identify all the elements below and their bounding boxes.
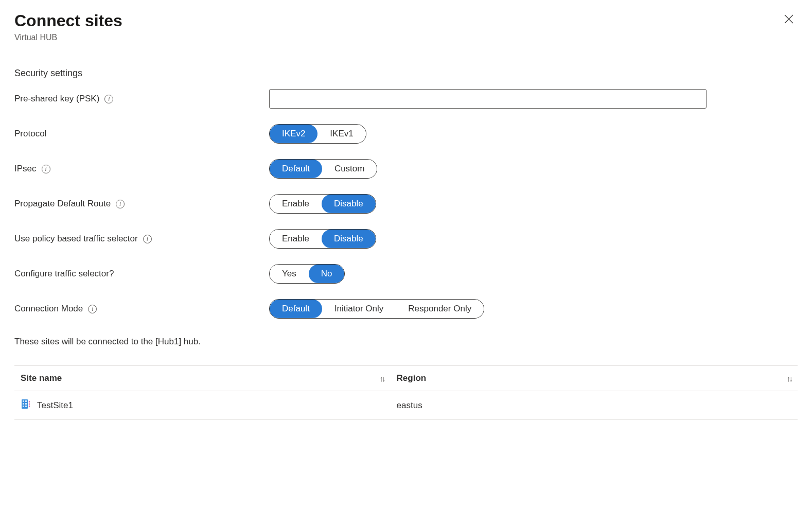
policy-disable[interactable]: Disable [322, 230, 376, 248]
cell-site-name: TestSite1 [37, 400, 73, 411]
table-row[interactable]: TestSite1 eastus [14, 391, 798, 420]
svg-rect-4 [25, 400, 27, 402]
sort-icon: ↑↓ [787, 374, 791, 383]
mode-initiator[interactable]: Initiator Only [322, 300, 396, 318]
row-configure-selector: Configure traffic selector? Yes No [14, 264, 798, 284]
info-icon[interactable]: i [42, 165, 50, 173]
svg-rect-6 [25, 403, 27, 405]
info-icon[interactable]: i [104, 95, 113, 103]
info-icon[interactable]: i [88, 305, 97, 313]
header-text: Connect sites Virtual HUB [14, 10, 122, 42]
section-title: Security settings [14, 68, 798, 79]
policy-enable[interactable]: Enable [270, 230, 322, 248]
svg-rect-3 [23, 400, 24, 402]
table-header-row: Site name ↑↓ Region ↑↓ [14, 366, 798, 391]
hub-caption: These sites will be connected to the [Hu… [14, 337, 798, 347]
row-ipsec: IPsec i Default Custom [14, 159, 798, 179]
protocol-ikev2[interactable]: IKEv2 [270, 125, 317, 143]
close-icon [783, 13, 795, 27]
propagate-enable[interactable]: Enable [270, 195, 322, 213]
protocol-toggle: IKEv2 IKEv1 [269, 124, 366, 144]
svg-rect-2 [22, 399, 28, 409]
label-ipsec: IPsec i [14, 164, 269, 174]
row-connection-mode: Connection Mode i Default Initiator Only… [14, 299, 798, 319]
row-propagate: Propagate Default Route i Enable Disable [14, 194, 798, 214]
row-protocol: Protocol IKEv2 IKEv1 [14, 124, 798, 144]
label-policy-selector: Use policy based traffic selector i [14, 234, 269, 244]
policy-selector-toggle: Enable Disable [269, 229, 376, 249]
ipsec-custom[interactable]: Custom [322, 160, 377, 178]
label-connection-mode: Connection Mode i [14, 304, 269, 314]
close-button[interactable] [780, 10, 798, 30]
svg-rect-7 [23, 406, 24, 407]
propagate-disable[interactable]: Disable [322, 195, 376, 213]
label-psk: Pre-shared key (PSK) i [14, 94, 269, 104]
configure-selector-toggle: Yes No [269, 264, 345, 284]
cell-region: eastus [391, 391, 798, 420]
configure-no[interactable]: No [309, 265, 345, 283]
col-site-name[interactable]: Site name ↑↓ [14, 366, 391, 391]
label-configure-selector: Configure traffic selector? [14, 269, 269, 279]
connection-mode-toggle: Default Initiator Only Responder Only [269, 299, 484, 319]
info-icon[interactable]: i [116, 200, 125, 208]
svg-rect-5 [23, 403, 24, 405]
page-title: Connect sites [14, 10, 122, 31]
mode-default[interactable]: Default [270, 300, 322, 318]
row-policy-selector: Use policy based traffic selector i Enab… [14, 229, 798, 249]
row-psk: Pre-shared key (PSK) i [14, 89, 798, 109]
col-region[interactable]: Region ↑↓ [391, 366, 798, 391]
building-icon [21, 398, 32, 412]
ipsec-toggle: Default Custom [269, 159, 377, 179]
svg-rect-8 [25, 406, 27, 407]
info-icon[interactable]: i [143, 235, 152, 243]
sites-table: Site name ↑↓ Region ↑↓ [14, 365, 798, 420]
label-protocol: Protocol [14, 129, 269, 139]
psk-input[interactable] [269, 89, 707, 109]
propagate-toggle: Enable Disable [269, 194, 376, 214]
page-subtitle: Virtual HUB [14, 33, 122, 42]
configure-yes[interactable]: Yes [270, 265, 309, 283]
mode-responder[interactable]: Responder Only [396, 300, 484, 318]
ipsec-default[interactable]: Default [270, 160, 322, 178]
sort-icon: ↑↓ [380, 374, 384, 383]
label-propagate: Propagate Default Route i [14, 199, 269, 209]
page-header: Connect sites Virtual HUB [14, 10, 798, 42]
protocol-ikev1[interactable]: IKEv1 [317, 125, 365, 143]
